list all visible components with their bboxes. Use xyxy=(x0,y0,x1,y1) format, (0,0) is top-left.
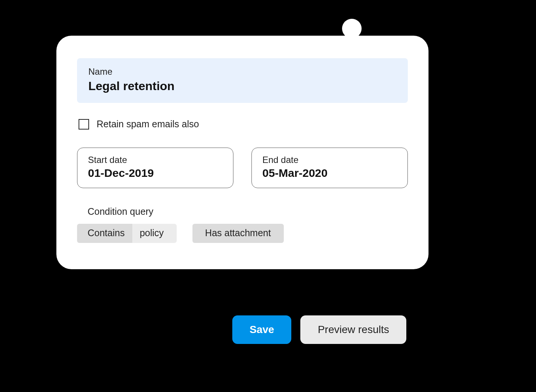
condition-chips: Contains policy Has attachment xyxy=(77,224,408,243)
retain-spam-checkbox[interactable] xyxy=(79,119,89,130)
name-field[interactable]: Name Legal retention xyxy=(77,58,408,103)
start-date-label: Start date xyxy=(88,155,223,165)
name-label: Name xyxy=(88,66,397,77)
end-date-value: 05-Mar-2020 xyxy=(262,167,397,179)
start-date-value: 01-Dec-2019 xyxy=(88,167,223,179)
condition-label: Condition query xyxy=(88,206,408,217)
button-row: Save Preview results xyxy=(232,315,406,344)
condition-chip-contains[interactable]: Contains policy xyxy=(77,224,177,243)
chip-value: policy xyxy=(132,224,177,243)
chip-operator: Contains xyxy=(77,224,132,243)
condition-section: Condition query Contains policy Has atta… xyxy=(77,206,408,243)
form-card: Name Legal retention Retain spam emails … xyxy=(56,36,428,269)
preview-button[interactable]: Preview results xyxy=(300,315,406,344)
retain-spam-row: Retain spam emails also xyxy=(77,119,408,130)
start-date-field[interactable]: Start date 01-Dec-2019 xyxy=(77,148,233,188)
condition-chip-attachment[interactable]: Has attachment xyxy=(192,224,284,243)
retain-spam-label: Retain spam emails also xyxy=(97,119,199,130)
end-date-field[interactable]: End date 05-Mar-2020 xyxy=(251,148,408,188)
date-row: Start date 01-Dec-2019 End date 05-Mar-2… xyxy=(77,148,408,188)
name-value: Legal retention xyxy=(88,79,397,93)
save-button[interactable]: Save xyxy=(232,315,291,344)
end-date-label: End date xyxy=(262,155,397,165)
